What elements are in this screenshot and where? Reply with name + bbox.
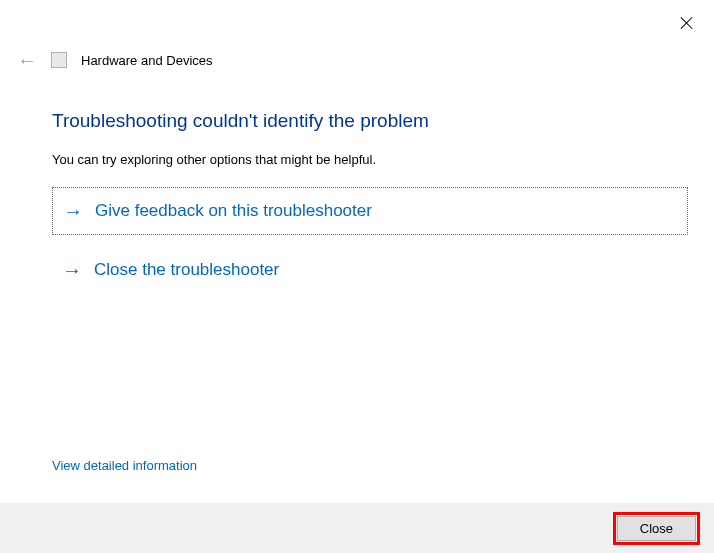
arrow-right-icon: →	[62, 260, 82, 280]
troubleshooter-app-icon	[51, 52, 67, 68]
header-title: Hardware and Devices	[81, 53, 213, 68]
close-button[interactable]: Close	[617, 516, 696, 541]
back-arrow-icon[interactable]: ←	[17, 50, 37, 70]
page-subtitle: You can try exploring other options that…	[52, 152, 688, 167]
wizard-header: ← Hardware and Devices	[17, 50, 213, 70]
wizard-footer: Close	[0, 503, 714, 553]
close-button-highlight: Close	[613, 512, 700, 545]
page-title: Troubleshooting couldn't identify the pr…	[52, 110, 688, 132]
arrow-right-icon: →	[63, 201, 83, 221]
view-detailed-information-link[interactable]: View detailed information	[52, 458, 197, 473]
option-close-troubleshooter[interactable]: → Close the troubleshooter	[52, 247, 688, 293]
window-close-icon[interactable]	[680, 16, 694, 30]
option-label: Close the troubleshooter	[94, 260, 279, 280]
option-label: Give feedback on this troubleshooter	[95, 201, 372, 221]
option-give-feedback[interactable]: → Give feedback on this troubleshooter	[52, 187, 688, 235]
